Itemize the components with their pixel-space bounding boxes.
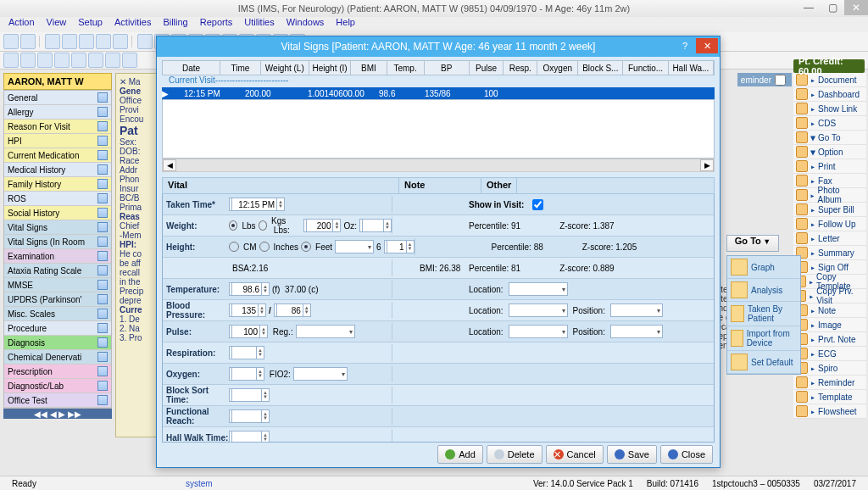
tool-icon[interactable] xyxy=(45,34,60,49)
section-item[interactable]: HPI xyxy=(4,134,111,148)
sidebar-action-flowsheet[interactable]: ▸Flowsheet xyxy=(793,404,866,419)
section-item[interactable]: MMSE xyxy=(4,278,111,292)
tool-icon[interactable] xyxy=(20,53,36,68)
sidebar-action-ecg[interactable]: ▸ECG xyxy=(793,347,866,361)
grid-col[interactable]: Weight (L) xyxy=(261,61,309,75)
section-item[interactable]: Diagnosis xyxy=(4,336,111,350)
section-item[interactable]: Ataxia Rating Scale xyxy=(4,264,111,278)
tool-icon[interactable] xyxy=(105,53,120,68)
nav-arrows[interactable]: ◀◀ ◀ ▶ ▶▶ xyxy=(3,409,112,419)
section-item[interactable]: Chemical Denervati xyxy=(4,350,111,365)
patient-name[interactable]: AARON, MATT W xyxy=(3,73,112,90)
show-in-visit-checkbox[interactable] xyxy=(532,199,543,210)
section-item[interactable]: Family History xyxy=(4,177,111,192)
tool-icon[interactable] xyxy=(122,53,137,68)
sidebar-action-dashboard[interactable]: ▸Dashboard xyxy=(793,87,866,102)
dialog-help-icon[interactable]: ? xyxy=(674,38,696,53)
menu-reports[interactable]: Reports xyxy=(195,17,238,32)
sidebar-action-summary[interactable]: ▸Summary xyxy=(793,246,866,260)
menu-billing[interactable]: Billing xyxy=(158,17,192,32)
tool-icon[interactable] xyxy=(88,53,103,68)
tool-icon[interactable] xyxy=(3,53,19,68)
tool-icon[interactable] xyxy=(79,34,94,49)
tool-icon[interactable] xyxy=(71,53,86,68)
action-taken-by-patient[interactable]: Taken By Patient xyxy=(727,302,800,326)
sidebar-action-follow-up[interactable]: ▸Follow Up xyxy=(793,217,866,231)
sidebar-action-template[interactable]: ▸Template xyxy=(793,390,866,404)
sidebar-action-copy-prv-visit[interactable]: ▸Copy Prv. Visit xyxy=(793,289,866,303)
sidebar-action-option[interactable]: ▼Option xyxy=(793,145,866,159)
minimize-button[interactable]: — xyxy=(797,0,821,15)
sidebar-action-photo-album[interactable]: ▸Photo Album xyxy=(793,188,866,203)
section-item[interactable]: Medical History xyxy=(4,163,111,177)
section-item[interactable]: Allergy xyxy=(4,105,111,120)
section-item[interactable]: Misc. Scales xyxy=(4,307,111,321)
section-item[interactable]: Office Test xyxy=(4,393,111,408)
grid-col[interactable]: Oxygen xyxy=(537,61,578,75)
menu-windows[interactable]: Windows xyxy=(281,17,330,32)
action-import-from-device[interactable]: Import from Device xyxy=(727,326,800,351)
delete-button[interactable]: Delete xyxy=(487,445,542,464)
sidebar-action-print[interactable]: ▸Print xyxy=(793,159,866,174)
grid-col[interactable]: Resp. xyxy=(504,61,537,75)
tool-icon[interactable] xyxy=(62,34,77,49)
sidebar-action-cds[interactable]: ▸CDS xyxy=(793,116,866,131)
tool-icon[interactable] xyxy=(137,34,153,49)
section-item[interactable]: Vital Signs xyxy=(4,220,111,235)
grid-col[interactable]: BMI xyxy=(351,61,387,75)
section-item[interactable]: Current Medication xyxy=(4,148,111,163)
sidebar-action-prvt-note[interactable]: ▸Prvt. Note xyxy=(793,332,866,347)
grid-col[interactable]: Temp. xyxy=(387,61,425,75)
grid-scrollbar[interactable]: ◀▶ xyxy=(162,159,715,172)
grid-selected-row[interactable]: ▶12:15 PM200.001.00140600.0098.6135/8610… xyxy=(162,87,715,99)
menu-view[interactable]: View xyxy=(42,17,72,32)
section-item[interactable]: Reason For Visit xyxy=(4,120,111,134)
section-item[interactable]: Prescription xyxy=(4,365,111,379)
sidebar-action-letter[interactable]: ▸Letter xyxy=(793,231,866,246)
action-graph[interactable]: Graph xyxy=(727,256,800,279)
sidebar-action-note[interactable]: ▸Note xyxy=(793,303,866,318)
grid-col[interactable]: Hall Wa... xyxy=(669,61,714,75)
section-item[interactable]: Procedure xyxy=(4,321,111,336)
tool-icon[interactable] xyxy=(20,34,36,49)
section-item[interactable]: General xyxy=(4,91,111,105)
grid-col[interactable]: Date xyxy=(163,61,220,75)
section-item[interactable]: ROS xyxy=(4,192,111,206)
section-item[interactable]: Social History xyxy=(4,206,111,220)
tool-icon[interactable] xyxy=(3,34,19,49)
close-button[interactable]: ✕ xyxy=(844,0,868,15)
sidebar-action-super-bill[interactable]: ▸Super Bill xyxy=(793,203,866,217)
section-item[interactable]: UPDRS (Parkinson' xyxy=(4,292,111,307)
tool-icon[interactable] xyxy=(113,34,128,49)
grid-col[interactable]: Height (I) xyxy=(309,61,352,75)
sidebar-action-reminder[interactable]: ▸Reminder xyxy=(793,376,866,390)
grid-col[interactable]: Time xyxy=(220,61,261,75)
goto-button[interactable]: Go To xyxy=(726,235,779,252)
sidebar-action-spiro[interactable]: ▸Spiro xyxy=(793,361,866,376)
grid-col[interactable]: Functio... xyxy=(623,61,668,75)
action-analysis[interactable]: Analysis xyxy=(727,279,800,302)
section-item[interactable]: Vital Signs (In Room xyxy=(4,235,111,249)
grid-col[interactable]: Block S... xyxy=(578,61,623,75)
menu-utilities[interactable]: Utilities xyxy=(239,17,279,32)
menu-activities[interactable]: Activities xyxy=(109,17,156,32)
sidebar-action-show-link[interactable]: ▸Show Link xyxy=(793,102,866,116)
sidebar-action-image[interactable]: ▸Image xyxy=(793,318,866,332)
tool-icon[interactable] xyxy=(96,34,111,49)
maximize-button[interactable]: ▢ xyxy=(821,0,844,15)
sidebar-action-go-to[interactable]: ▼Go To xyxy=(793,131,866,145)
save-button[interactable]: Save xyxy=(607,445,657,464)
section-item[interactable]: Diagnostic/Lab xyxy=(4,379,111,393)
grid-col[interactable]: BP xyxy=(425,61,470,75)
section-item[interactable]: Examination xyxy=(4,249,111,264)
menu-help[interactable]: Help xyxy=(331,17,360,32)
tool-icon[interactable] xyxy=(37,53,53,68)
action-set-default[interactable]: Set Default xyxy=(727,351,800,374)
dialog-close-icon[interactable]: ✕ xyxy=(696,38,718,53)
menu-action[interactable]: Action xyxy=(3,17,40,32)
tool-icon[interactable] xyxy=(54,53,70,68)
cancel-button[interactable]: ✕Cancel xyxy=(546,445,604,464)
add-button[interactable]: Add xyxy=(437,445,483,464)
close-button[interactable]: Close xyxy=(660,445,713,464)
grid-col[interactable]: Pulse xyxy=(470,61,504,75)
